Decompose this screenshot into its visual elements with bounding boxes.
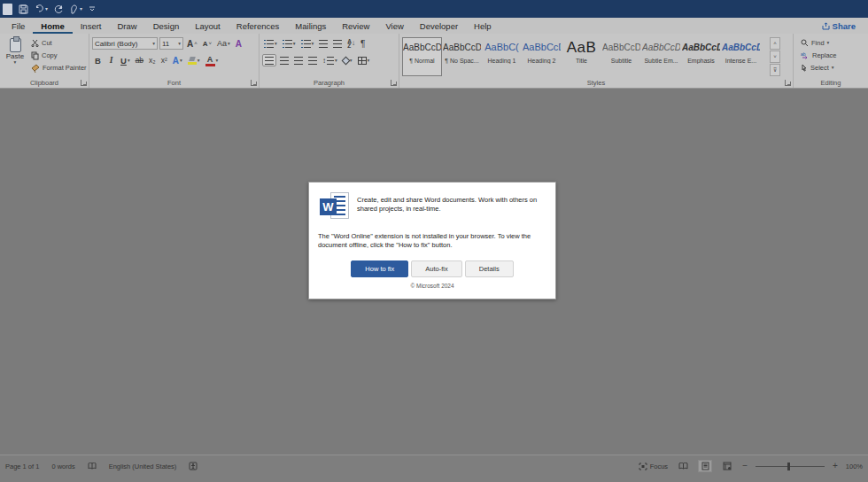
align-center-button[interactable] (278, 54, 291, 66)
numbering-caret[interactable]: ▾ (293, 42, 296, 46)
find-caret[interactable]: ▾ (827, 41, 830, 45)
undo-button[interactable]: ▾ (35, 4, 48, 13)
style-item[interactable]: AaBbCcDd¶ No Spac... (442, 37, 482, 76)
align-right-button[interactable] (292, 54, 305, 66)
bold-button[interactable]: B (92, 54, 104, 66)
show-hide-pilcrow-button[interactable]: ¶ (359, 37, 367, 50)
copy-button[interactable]: Copy (31, 50, 87, 61)
tab-design[interactable]: Design (145, 18, 188, 34)
zoom-slider-thumb[interactable] (787, 463, 790, 470)
multilevel-list-caret[interactable]: ▾ (312, 42, 314, 46)
superscript-button[interactable]: x² (159, 54, 169, 66)
replace-button[interactable]: ab Replace (801, 49, 866, 61)
decrease-indent-button[interactable] (317, 37, 329, 50)
styles-more-button[interactable]: ⊽ (770, 64, 780, 76)
save-button[interactable] (19, 4, 28, 14)
accessibility-button[interactable] (189, 460, 198, 472)
zoom-in-button[interactable]: + (833, 462, 838, 470)
numbering-button[interactable]: ▾ (281, 37, 298, 50)
styles-dialog-launcher[interactable] (785, 80, 791, 86)
subscript-button[interactable]: x₂ (147, 54, 158, 66)
font-dialog-launcher[interactable] (251, 80, 257, 86)
tab-file[interactable]: File (4, 18, 33, 34)
bullets-button[interactable]: ▾ (262, 37, 279, 50)
highlight-button[interactable]: ▾ (186, 54, 202, 66)
how-to-fix-button[interactable]: How to fix (351, 260, 408, 277)
ink-dropdown-caret[interactable]: ▾ (80, 6, 82, 12)
redo-button[interactable] (54, 4, 64, 14)
auto-fix-button[interactable]: Auto-fix (411, 260, 461, 277)
grow-font-button[interactable]: A˄ (185, 37, 199, 50)
underline-button[interactable]: U▾ (119, 54, 132, 66)
word-count[interactable]: 0 words (51, 460, 74, 472)
font-color-caret[interactable]: ▾ (216, 58, 219, 63)
font-color-button[interactable]: A▾ (204, 54, 221, 66)
zoom-percent[interactable]: 100% (846, 463, 863, 470)
tab-view[interactable]: View (377, 18, 411, 34)
styles-scroll-up-button[interactable]: ˄ (770, 37, 780, 50)
strikethrough-button[interactable]: ab (134, 54, 145, 66)
print-layout-button[interactable] (698, 460, 712, 472)
font-size-combo[interactable]: 11 ▾ (159, 37, 183, 50)
shading-button[interactable]: ▾ (341, 54, 354, 66)
style-item[interactable]: AaBbCcDdEmphasis (681, 37, 721, 76)
tab-developer[interactable]: Developer (412, 18, 466, 34)
paste-dropdown-caret[interactable]: ▾ (14, 60, 17, 65)
web-layout-button[interactable] (720, 460, 734, 472)
tab-layout[interactable]: Layout (187, 18, 229, 34)
details-button[interactable]: Details (465, 260, 514, 277)
tab-review[interactable]: Review (334, 18, 377, 34)
highlight-caret[interactable]: ▾ (198, 58, 200, 63)
style-item[interactable]: AaBbCcDdSubtle Em... (641, 37, 681, 76)
justify-button[interactable] (306, 54, 319, 66)
read-mode-button[interactable] (676, 460, 690, 472)
tab-help[interactable]: Help (466, 18, 500, 34)
tab-insert[interactable]: Insert (73, 18, 110, 34)
focus-button[interactable]: Focus (639, 460, 668, 472)
zoom-out-button[interactable]: − (742, 462, 748, 470)
style-item[interactable]: AaBbCcDSubtitle (601, 37, 641, 76)
tab-references[interactable]: References (229, 18, 288, 34)
style-item[interactable]: AaBbCcDdIntense E... (721, 37, 761, 76)
borders-button[interactable]: ▾ (356, 54, 372, 66)
borders-caret[interactable]: ▾ (368, 58, 370, 63)
undo-dropdown-caret[interactable]: ▾ (45, 6, 48, 12)
style-item[interactable]: AaBTitle (562, 37, 601, 76)
text-effects-caret[interactable]: ▾ (180, 58, 182, 63)
sort-button[interactable]: AZ↓ (345, 37, 357, 50)
underline-caret[interactable]: ▾ (128, 58, 130, 63)
styles-scroll-down-button[interactable]: ˅ (770, 51, 780, 63)
align-left-button[interactable] (262, 54, 276, 66)
line-spacing-caret[interactable]: ▾ (335, 58, 337, 63)
style-item[interactable]: AaBbCcDHeading 2 (522, 37, 562, 76)
italic-button[interactable]: I (105, 54, 117, 66)
shrink-font-button[interactable]: A˅ (201, 37, 213, 50)
style-item[interactable]: AaBbC(Heading 1 (482, 37, 522, 76)
change-case-button[interactable]: Aa▾ (215, 37, 232, 50)
select-button[interactable]: Select ▾ (801, 61, 866, 74)
increase-indent-button[interactable] (331, 37, 344, 50)
line-spacing-button[interactable]: ↕▾ (321, 54, 339, 66)
paragraph-dialog-launcher[interactable] (391, 80, 397, 86)
text-effects-button[interactable]: A▾ (171, 54, 184, 66)
page-indicator[interactable]: Page 1 of 1 (5, 460, 39, 472)
select-caret[interactable]: ▾ (832, 66, 834, 70)
style-item[interactable]: AaBbCcDd¶ Normal (402, 37, 442, 76)
find-button[interactable]: Find ▾ (801, 36, 866, 49)
clear-formatting-button[interactable]: A (234, 37, 244, 50)
proofing-button[interactable] (88, 460, 97, 472)
customize-qat-button[interactable] (89, 5, 96, 12)
paste-button[interactable]: Paste ▾ (3, 36, 27, 76)
share-button[interactable]: Share (822, 18, 856, 34)
language-button[interactable]: English (United States) (109, 460, 177, 472)
clipboard-dialog-launcher[interactable] (81, 80, 87, 86)
tab-draw[interactable]: Draw (109, 18, 144, 34)
zoom-slider[interactable] (756, 466, 825, 467)
bullets-caret[interactable]: ▾ (275, 42, 277, 46)
ink-button[interactable]: ▾ (70, 4, 82, 14)
font-name-combo[interactable]: Calibri (Body) ▾ (92, 37, 158, 50)
tab-mailings[interactable]: Mailings (287, 18, 334, 34)
cut-button[interactable]: Cut (31, 37, 87, 49)
multilevel-list-button[interactable]: ▾ (299, 37, 316, 50)
tab-home[interactable]: Home (33, 18, 72, 34)
